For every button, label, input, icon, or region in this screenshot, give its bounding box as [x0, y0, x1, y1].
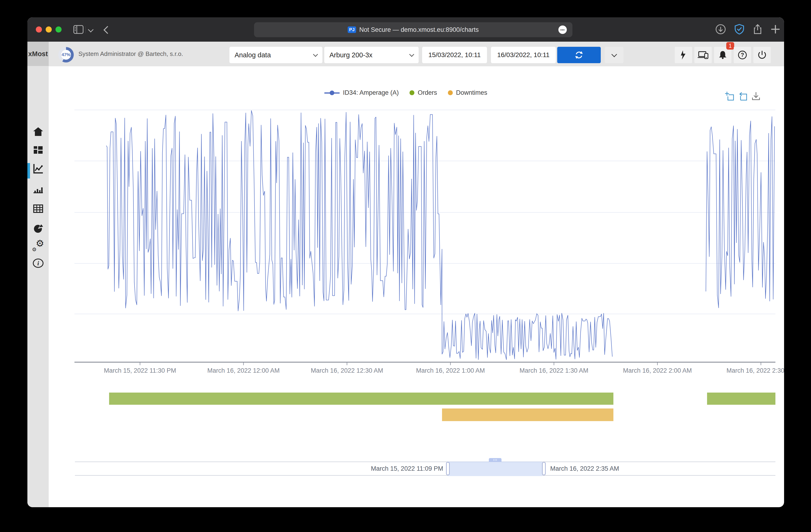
tab-overview-chevron-icon[interactable] — [88, 27, 93, 32]
reader-ellipsis-icon[interactable]: ••• — [558, 26, 567, 34]
notifications-button[interactable]: 1 — [714, 47, 731, 63]
slider-left-handle[interactable] — [446, 462, 450, 475]
chevron-down-icon — [409, 52, 414, 57]
time-range-slider[interactable]: March 15, 2022 11:09 PM March 16, 2022 2… — [75, 461, 776, 475]
info-icon: i — [33, 258, 44, 268]
privacy-shield-icon[interactable] — [734, 24, 745, 35]
dot-marker-icon — [448, 90, 453, 95]
x-axis-label: March 16, 2022 1:30 AM — [520, 367, 588, 374]
line-marker-icon — [324, 91, 340, 95]
x-axis-label: March 15, 2022 11:30 PM — [104, 367, 176, 374]
downtime-bar — [442, 408, 613, 421]
browser-chrome: PJ Not Secure — demo.xmost.eu:8900/chart… — [27, 17, 784, 42]
sidebar-item-info[interactable]: i — [27, 256, 49, 270]
home-icon — [33, 127, 44, 137]
sidebar-toggle-icon[interactable] — [73, 25, 83, 34]
url-text: Not Secure — demo.xmost.eu:8900/charts — [359, 26, 479, 33]
sidebar-item-dashboard[interactable] — [27, 143, 49, 157]
x-axis-label: March 16, 2022 12:30 AM — [311, 367, 383, 374]
legend-item-orders[interactable]: Orders — [410, 89, 437, 96]
sidebar-item-tables[interactable] — [27, 202, 49, 216]
slider-right-handle[interactable] — [542, 462, 546, 475]
dashboard-icon — [33, 145, 43, 155]
machine-select-value: Arburg 200-3x — [330, 51, 372, 59]
date-from-input[interactable]: 15/03/2022, 10:11 — [422, 47, 487, 63]
slider-drag-grip[interactable] — [489, 458, 502, 462]
legend-label: Downtimes — [456, 89, 487, 96]
svg-text:?: ? — [741, 52, 744, 58]
sidebar-item-bar-reports[interactable] — [27, 182, 49, 196]
pie-chart-icon — [33, 223, 44, 234]
more-actions-chevron[interactable] — [605, 47, 624, 63]
slider-start-label: March 15, 2022 11:09 PM — [371, 462, 443, 475]
devices-icon — [698, 50, 708, 60]
machine-select[interactable]: Arburg 200-3x — [324, 47, 418, 63]
legend-label: ID34: Amperage (A) — [343, 89, 399, 96]
gears-icon: ⚙ ⚙ — [32, 239, 44, 251]
sidebar-item-home[interactable] — [27, 125, 49, 139]
zoom-window-button[interactable] — [56, 27, 62, 32]
progress-percent: 47% — [61, 50, 71, 60]
app-logo: xMost — [27, 42, 49, 66]
active-nav-indicator — [27, 163, 30, 178]
bar-chart-icon — [33, 184, 44, 194]
legend-item-downtimes[interactable]: Downtimes — [448, 89, 487, 96]
svg-text:i: i — [37, 260, 39, 267]
selection-zoom-icon[interactable] — [724, 91, 735, 101]
minimize-window-button[interactable] — [46, 27, 52, 32]
close-window-button[interactable] — [36, 27, 42, 32]
download-chart-icon[interactable] — [751, 91, 761, 101]
legend-label: Orders — [418, 89, 437, 96]
dataset-select-value: Analog data — [234, 51, 271, 59]
dataset-select[interactable]: Analog data — [229, 47, 322, 63]
orders-bar — [707, 393, 776, 405]
browser-window: PJ Not Secure — demo.xmost.eu:8900/chart… — [27, 17, 784, 507]
quick-actions-button[interactable] — [675, 47, 692, 63]
line-chart-icon — [33, 163, 44, 174]
chevron-down-icon — [611, 51, 617, 57]
lightning-icon — [679, 50, 688, 60]
x-axis-label: March 16, 2022 2:00 AM — [623, 367, 692, 374]
slider-selection[interactable] — [448, 461, 542, 476]
orders-bar — [109, 393, 613, 405]
dot-marker-icon — [410, 90, 414, 95]
url-bar[interactable]: PJ Not Secure — demo.xmost.eu:8900/chart… — [254, 22, 572, 37]
legend-item-amperage[interactable]: ID34: Amperage (A) — [324, 89, 399, 96]
amperage-series-line — [706, 116, 775, 308]
logged-in-user: System Administrator @ Bartech, s.r.o. — [78, 42, 183, 66]
chart-legend: ID34: Amperage (A) Orders Downtimes — [27, 89, 784, 96]
share-icon[interactable] — [752, 24, 763, 35]
bell-icon — [718, 50, 728, 60]
logout-button[interactable] — [753, 47, 771, 63]
x-axis-label: March 16, 2022 12:00 AM — [207, 367, 279, 374]
downloads-icon[interactable] — [715, 24, 726, 35]
power-icon — [757, 50, 767, 60]
help-button[interactable]: ? — [734, 47, 751, 63]
refresh-button[interactable] — [557, 47, 601, 63]
sidebar-nav: ⚙ ⚙ i — [27, 66, 49, 507]
progress-donut: 47% — [58, 47, 74, 62]
chevron-down-icon — [313, 52, 318, 57]
sidebar-item-settings[interactable]: ⚙ ⚙ — [27, 238, 49, 252]
chart-toolbar — [724, 91, 761, 101]
notification-badge: 1 — [726, 42, 734, 50]
refresh-icon — [574, 50, 584, 60]
question-icon: ? — [737, 50, 747, 60]
sidebar-item-pie-reports[interactable] — [27, 221, 49, 235]
x-axis-label: March 16, 2022 2:30 AM — [726, 367, 784, 374]
site-favicon: PJ — [348, 27, 356, 33]
devices-button[interactable] — [694, 47, 712, 63]
zoom-reset-icon[interactable] — [738, 91, 748, 101]
sidebar-item-charts[interactable] — [27, 162, 49, 176]
x-axis-label: March 16, 2022 1:00 AM — [416, 367, 485, 374]
date-to-input[interactable]: 16/03/2022, 10:11 — [491, 47, 556, 63]
amperage-series-line — [106, 110, 612, 360]
slider-end-label: March 16, 2022 2:35 AM — [550, 462, 619, 475]
new-tab-icon[interactable] — [770, 24, 781, 35]
app-toolbar: xMost 47% System Administrator @ Bartech… — [27, 42, 784, 66]
table-icon — [33, 204, 44, 214]
back-icon[interactable] — [104, 26, 111, 34]
